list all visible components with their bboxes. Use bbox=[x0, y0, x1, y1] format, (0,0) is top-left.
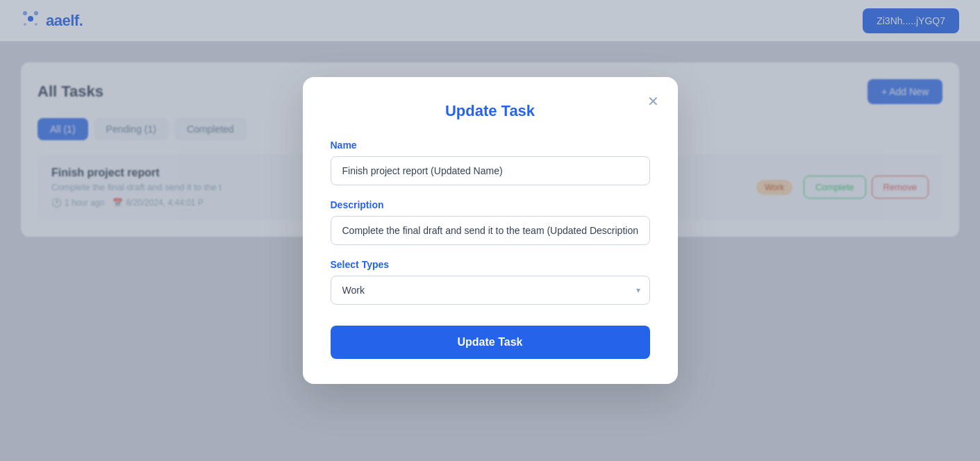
select-wrapper: Work Personal Shopping Health ▾ bbox=[331, 276, 650, 305]
description-label: Description bbox=[331, 199, 650, 210]
close-button[interactable]: ✕ bbox=[643, 91, 664, 112]
name-label: Name bbox=[331, 140, 650, 151]
description-input[interactable] bbox=[331, 216, 650, 245]
modal-title: Update Task bbox=[331, 102, 650, 120]
name-field-group: Name bbox=[331, 140, 650, 185]
close-icon: ✕ bbox=[647, 93, 659, 110]
select-types-label: Select Types bbox=[331, 259, 650, 270]
modal-overlay[interactable]: ✕ Update Task Name Description Select Ty… bbox=[0, 0, 980, 461]
type-select[interactable]: Work Personal Shopping Health bbox=[331, 276, 650, 305]
update-task-button[interactable]: Update Task bbox=[331, 326, 650, 359]
update-task-modal: ✕ Update Task Name Description Select Ty… bbox=[303, 77, 678, 384]
select-types-group: Select Types Work Personal Shopping Heal… bbox=[331, 259, 650, 305]
description-field-group: Description bbox=[331, 199, 650, 245]
name-input[interactable] bbox=[331, 156, 650, 185]
